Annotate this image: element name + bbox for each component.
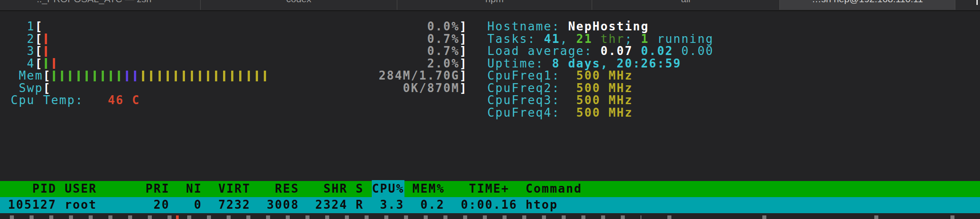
meter-bar-yellow (142, 71, 144, 81)
cpufreq2-line: CpuFreq2: 500 MHz (487, 82, 714, 95)
load-average-line: Load average: 0.07 0.02 0.00 (487, 45, 714, 58)
hostname-line: Hostname: NepHosting (487, 21, 714, 33)
meter-value: 0K/870M (403, 82, 460, 95)
meter-label: Swp (11, 82, 43, 95)
process-table: PID USER PRI NI VIRT RES SHR S CPU% MEM%… (0, 181, 980, 219)
system-info-panel: Hostname: NepHostingTasks: 41, 21 thr; 1… (487, 21, 714, 119)
tasks-line: Tasks: 41, 21 thr; 1 running (487, 33, 714, 46)
meter-bar-yellow (231, 71, 233, 81)
cpu1-meter: 1[0.0%] (11, 21, 468, 33)
process-row-text: 105127 root 20 0 7232 3008 2324 R 3.3 0.… (0, 199, 558, 211)
meter-value: 284M/1.70G (378, 70, 460, 82)
meter-label: 2 (11, 33, 35, 46)
clipped-process-row (0, 213, 980, 219)
meter-bar-green (118, 71, 120, 81)
tab-label: …sh nep@192.168.110.11 (812, 0, 923, 4)
meter-bar-green (86, 71, 88, 81)
meter-value: 2.0% (427, 58, 460, 70)
meter-track: 284M/1.70G (51, 70, 460, 82)
cpu4-meter: 4[2.0%] (11, 58, 468, 70)
meter-bar-green (45, 58, 47, 69)
cpufreq4-line: CpuFreq4: 500 MHz (487, 107, 714, 119)
meter-bar-red (45, 34, 47, 44)
meter-bar-yellow (215, 71, 217, 81)
meter-bar-green (69, 71, 71, 81)
meter-bar-yellow (256, 71, 258, 81)
meter-label: 3 (11, 45, 35, 58)
sort-column-header-cpu[interactable]: CPU% (372, 180, 404, 198)
meter-bar-yellow (264, 71, 266, 81)
meter-track: 0.0% (43, 21, 460, 33)
tab-label: .._PROPOSAL_ATC — zsh ⋯ (37, 0, 163, 4)
terminal-tab-bar: .._PROPOSAL_ATC — zsh ⋯ codex npm all …s… (0, 0, 980, 11)
meter-bar-yellow (175, 71, 177, 81)
meter-bar-yellow (239, 71, 241, 81)
meter-bar-green (110, 71, 112, 81)
meter-label: 4 (11, 58, 35, 70)
cpu2-meter: 2[0.7%] (11, 33, 468, 46)
meter-bar-yellow (167, 71, 169, 81)
mem-meter: Mem[284M/1.70G] (11, 70, 468, 82)
selected-process-row[interactable]: 105127 root 20 0 7232 3008 2324 R 3.3 0.… (0, 197, 980, 213)
meter-bar-green (53, 71, 55, 81)
meter-bar-purple (134, 71, 136, 81)
meter-bar-green (61, 71, 63, 81)
meter-track: 0K/870M (51, 82, 460, 95)
meter-track: 0.7% (43, 45, 460, 58)
meter-bar-green (77, 71, 80, 81)
meter-bar-yellow (199, 71, 201, 81)
meter-label: 1 (11, 21, 35, 33)
meter-value: 0.0% (427, 21, 460, 33)
meter-bar-yellow (207, 71, 209, 81)
meter-bar-purple (126, 71, 128, 81)
tab-all[interactable]: all (592, 0, 779, 10)
meter-bar-yellow (150, 71, 152, 81)
swp-meter: Swp[0K/870M] (11, 82, 468, 95)
cpufreq1-line: CpuFreq1: 500 MHz (487, 70, 714, 82)
meter-value: 0.7% (427, 33, 460, 46)
tab-label: codex (286, 0, 311, 4)
meter-bar-red (53, 58, 55, 69)
meter-bar-green (94, 71, 96, 81)
header-cells-right: MEM% TIME+ Command (404, 183, 582, 195)
meter-bar-yellow (191, 71, 193, 81)
meter-track: 2.0% (43, 58, 460, 70)
clipped-red-glyph (176, 215, 179, 219)
tab-label: all (681, 0, 690, 4)
uptime-line: Uptime: 8 days, 20:26:59 (487, 58, 714, 70)
tab-codex[interactable]: codex (200, 0, 397, 10)
meter-bar-red (45, 46, 47, 57)
tab-label: npm (486, 0, 504, 4)
meter-track: 0.7% (43, 33, 460, 46)
cpu3-meter: 3[0.7%] (11, 45, 468, 58)
meter-bar-yellow (248, 71, 250, 81)
header-cells-left: PID USER PRI NI VIRT RES SHR S (0, 183, 372, 195)
meter-label: Mem (11, 70, 43, 82)
scrollbar-mark (976, 0, 978, 5)
meter-value: 0.7% (427, 45, 460, 58)
process-table-header[interactable]: PID USER PRI NI VIRT RES SHR S CPU% MEM%… (0, 181, 980, 197)
meter-bar-green (102, 71, 104, 81)
cpufreq3-line: CpuFreq3: 500 MHz (487, 94, 714, 107)
htop-terminal: 1[0.0%] 2[0.7%] 3[0.7%] 4[2.0%] Mem[284M… (0, 11, 980, 218)
meter-bar-yellow (223, 71, 225, 81)
tab-npm[interactable]: npm (397, 0, 592, 10)
clipped-glyphs (10, 215, 641, 219)
meter-bar-yellow (159, 71, 161, 81)
meter-bar-yellow (183, 71, 185, 81)
tab-proposal-atc-zsh[interactable]: .._PROPOSAL_ATC — zsh ⋯ (0, 0, 200, 10)
tab-ssh-nep[interactable]: …sh nep@192.168.110.11 (779, 0, 955, 10)
